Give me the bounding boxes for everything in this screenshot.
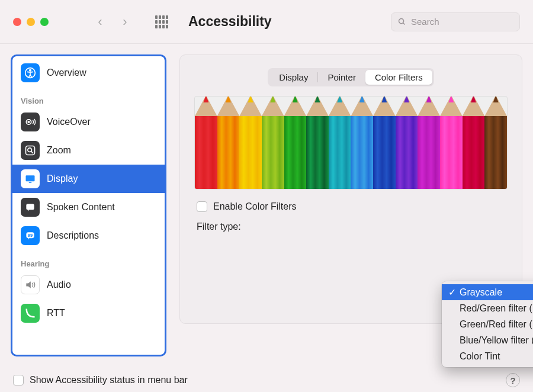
sidebar-item-display[interactable]: Display bbox=[12, 165, 165, 193]
sidebar: Overview Vision VoiceOver Zoom Display bbox=[11, 54, 166, 356]
filter-option-label: Blue/Yellow filter (Tritanopia) bbox=[460, 335, 533, 346]
window-controls bbox=[13, 18, 49, 26]
filter-type-dropdown: ✓ Grayscale ✓ Red/Green filter (Protanop… bbox=[442, 281, 533, 367]
spoken-content-icon bbox=[21, 198, 40, 217]
accessibility-icon bbox=[21, 63, 40, 82]
voiceover-icon bbox=[21, 113, 40, 131]
sidebar-item-voiceover[interactable]: VoiceOver bbox=[12, 108, 165, 136]
content-pane: Display Pointer Color Filters Enable Col… bbox=[179, 54, 522, 356]
enable-color-filters-row: Enable Color Filters bbox=[180, 200, 522, 213]
filter-option-grayscale[interactable]: ✓ Grayscale bbox=[442, 284, 533, 300]
tab-pointer[interactable]: Pointer bbox=[318, 70, 365, 85]
show-status-label: Show Accessibility status in menu bar bbox=[30, 375, 188, 385]
svg-point-7 bbox=[28, 148, 32, 152]
forward-button[interactable]: › bbox=[120, 14, 130, 30]
filter-option-label: Color Tint bbox=[460, 351, 500, 362]
sidebar-item-label: VoiceOver bbox=[47, 117, 91, 127]
fullscreen-window-button[interactable] bbox=[40, 18, 49, 26]
zoom-icon bbox=[21, 141, 40, 160]
bottom-bar: Show Accessibility status in menu bar ? bbox=[0, 367, 533, 392]
svg-rect-6 bbox=[26, 146, 35, 155]
sidebar-item-label: Audio bbox=[47, 279, 71, 290]
svg-rect-11 bbox=[26, 204, 34, 210]
svg-point-0 bbox=[399, 19, 404, 24]
page-title: Accessibility bbox=[188, 14, 272, 30]
search-input[interactable]: Search bbox=[391, 12, 520, 31]
display-icon bbox=[21, 169, 40, 188]
enable-color-filters-label: Enable Color Filters bbox=[213, 201, 297, 212]
nav-arrows: ‹ › bbox=[95, 14, 130, 30]
rtt-icon bbox=[21, 304, 40, 323]
sidebar-item-zoom[interactable]: Zoom bbox=[12, 136, 165, 165]
filter-option-deuteranopia[interactable]: ✓ Green/Red filter (Deuteranopia) bbox=[442, 316, 533, 332]
svg-line-1 bbox=[403, 23, 405, 25]
back-button[interactable]: ‹ bbox=[95, 14, 105, 30]
filter-option-label: Grayscale bbox=[460, 287, 502, 298]
filter-option-protanopia[interactable]: ✓ Red/Green filter (Protanopia) bbox=[442, 300, 533, 316]
svg-rect-10 bbox=[29, 182, 32, 183]
sidebar-item-overview[interactable]: Overview bbox=[12, 59, 165, 87]
show-all-icon[interactable] bbox=[155, 15, 168, 28]
color-preview-pencils bbox=[194, 96, 508, 189]
sidebar-item-audio[interactable]: Audio bbox=[12, 271, 165, 299]
sidebar-section-vision: Vision bbox=[12, 87, 165, 108]
help-button[interactable]: ? bbox=[506, 373, 520, 387]
sidebar-item-descriptions[interactable]: 99 Descriptions bbox=[12, 221, 165, 250]
sidebar-item-label: Zoom bbox=[47, 145, 71, 156]
filter-option-label: Red/Green filter (Protanopia) bbox=[460, 303, 533, 314]
svg-text:99: 99 bbox=[28, 233, 33, 238]
search-icon bbox=[397, 17, 406, 26]
descriptions-icon: 99 bbox=[21, 226, 40, 245]
sidebar-item-label: Overview bbox=[47, 68, 86, 78]
search-placeholder: Search bbox=[411, 17, 439, 27]
sidebar-item-rtt[interactable]: RTT bbox=[12, 299, 165, 327]
svg-line-8 bbox=[31, 152, 33, 153]
sidebar-item-spoken-content[interactable]: Spoken Content bbox=[12, 193, 165, 221]
enable-color-filters-checkbox[interactable] bbox=[197, 201, 207, 212]
sidebar-item-label: Descriptions bbox=[47, 230, 99, 241]
close-window-button[interactable] bbox=[13, 18, 21, 26]
sidebar-item-label: RTT bbox=[47, 308, 65, 319]
tab-display[interactable]: Display bbox=[269, 70, 317, 85]
sidebar-section-hearing: Hearing bbox=[12, 250, 165, 271]
svg-rect-9 bbox=[26, 175, 35, 181]
filter-type-label: Filter type: bbox=[197, 221, 246, 232]
tab-color-filters[interactable]: Color Filters bbox=[365, 70, 432, 85]
checkmark-icon: ✓ bbox=[447, 287, 457, 298]
svg-point-3 bbox=[30, 70, 31, 72]
sidebar-item-label: Spoken Content bbox=[47, 202, 115, 213]
minimize-window-button[interactable] bbox=[27, 18, 35, 26]
filter-option-color-tint[interactable]: ✓ Color Tint bbox=[442, 348, 533, 364]
sidebar-item-label: Display bbox=[47, 173, 78, 184]
svg-point-5 bbox=[27, 121, 30, 123]
filter-option-label: Green/Red filter (Deuteranopia) bbox=[460, 319, 533, 330]
filter-option-tritanopia[interactable]: ✓ Blue/Yellow filter (Tritanopia) bbox=[442, 332, 533, 348]
filter-type-row: Filter type: bbox=[180, 213, 522, 233]
show-status-checkbox[interactable] bbox=[13, 375, 24, 385]
display-tabs: Display Pointer Color Filters bbox=[180, 55, 522, 92]
audio-icon bbox=[21, 275, 40, 294]
toolbar: ‹ › Accessibility Search bbox=[0, 0, 533, 44]
